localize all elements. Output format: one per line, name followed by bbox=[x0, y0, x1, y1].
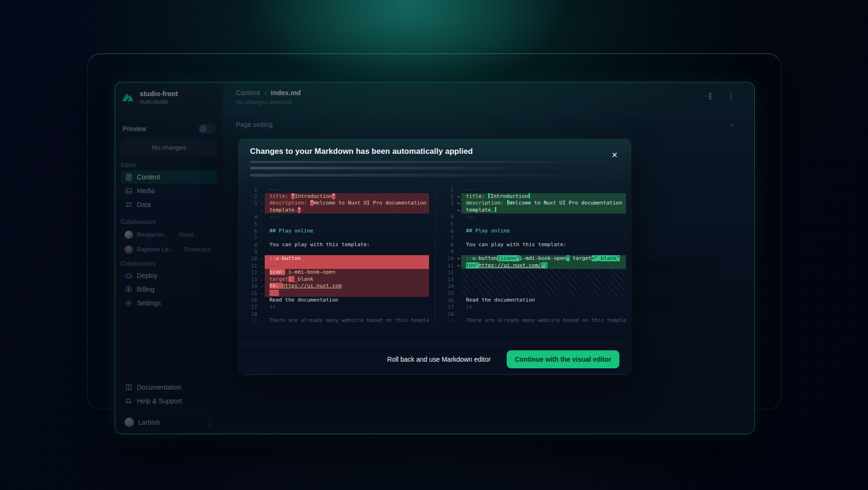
markdown-changes-dialog: Changes to your Markdown has been automa… bbox=[238, 138, 631, 375]
diff-row: 2-title: "Introduction" bbox=[239, 193, 435, 200]
diff-row: 19There are already many website based o… bbox=[239, 317, 435, 324]
diff-row: 13-target: _blank bbox=[239, 276, 435, 283]
diff-row: 17:: bbox=[435, 303, 631, 311]
diff-row: 11---- bbox=[239, 262, 435, 269]
diff-row: 18 bbox=[239, 311, 435, 318]
close-icon[interactable]: ✕ bbox=[609, 149, 620, 160]
continue-visual-editor-button[interactable]: Continue with the visual editor bbox=[507, 350, 619, 368]
diff-row: 5 bbox=[239, 221, 435, 228]
diff-row: 12 bbox=[435, 269, 631, 276]
diff-row: 9 bbox=[239, 248, 435, 255]
diff-row: 8You can play with this template: bbox=[435, 241, 631, 249]
dialog-title: Changes to your Markdown has been automa… bbox=[250, 147, 473, 156]
rollback-button[interactable]: Roll back and use Markdown editor bbox=[387, 356, 491, 363]
diff-row: 8You can play with this template: bbox=[239, 241, 435, 249]
diff-row: 3+description: Welcome to Nuxt UI Pro do… bbox=[435, 200, 631, 207]
diff-row: 13 bbox=[435, 276, 631, 283]
diff-row: 14 bbox=[435, 283, 631, 290]
diff-row: 4--- bbox=[239, 214, 435, 221]
diff-pane-new: 1---2+title: Introduction3+description: … bbox=[435, 186, 631, 344]
skeleton-bar bbox=[250, 167, 510, 169]
diff-row: 15---- bbox=[239, 290, 435, 297]
diff-row: 16Read the documentation bbox=[239, 297, 435, 304]
diff-row: 16Read the documentation bbox=[435, 297, 631, 304]
diff-row: -template." bbox=[239, 207, 435, 214]
diff-row: 2+title: Introduction bbox=[435, 193, 631, 200]
skeleton-bar bbox=[250, 161, 609, 163]
diff-row: 11+to="https://ui.nuxt.com/"} bbox=[435, 262, 631, 269]
page: { "sidebar": { "project_name": "studio-f… bbox=[0, 0, 868, 490]
diff-row: +template. bbox=[435, 207, 631, 214]
diff-row: 1--- bbox=[239, 186, 435, 193]
diff-row: 19There are already many website based o… bbox=[435, 317, 631, 324]
diff-row: 9 bbox=[435, 248, 631, 255]
diff-row: 18 bbox=[435, 311, 631, 318]
diff-row: 4--- bbox=[435, 214, 631, 221]
skeleton-bar bbox=[250, 174, 609, 177]
diff-row: 10+::u-button{icon="i-mdi-book-open" tar… bbox=[435, 255, 631, 262]
dialog-footer: Roll back and use Markdown editor Contin… bbox=[239, 344, 631, 374]
diff-row: 7 bbox=[239, 234, 435, 241]
diff-pane-old: 1---2-title: "Introduction"3-description… bbox=[239, 186, 435, 344]
diff-row: 5 bbox=[435, 221, 631, 228]
diff-row: 6## Play online bbox=[239, 228, 435, 235]
diff-row: 1--- bbox=[435, 186, 631, 193]
diff-row: 7 bbox=[435, 234, 631, 241]
diff-row: 10-::u-button bbox=[239, 255, 435, 262]
diff-row: 12-icon: i-mdi-book-open bbox=[239, 269, 435, 276]
diff-view: 1---2-title: "Introduction"3-description… bbox=[239, 182, 631, 344]
diff-row: 15 bbox=[435, 290, 631, 297]
diff-row: 6## Play online bbox=[435, 228, 631, 235]
diff-row: 17:: bbox=[239, 303, 435, 311]
diff-row: 3-description: "Welcome to Nuxt UI Pro d… bbox=[239, 200, 435, 207]
diff-row: 14-to: https://ui.nuxt.com bbox=[239, 283, 435, 290]
